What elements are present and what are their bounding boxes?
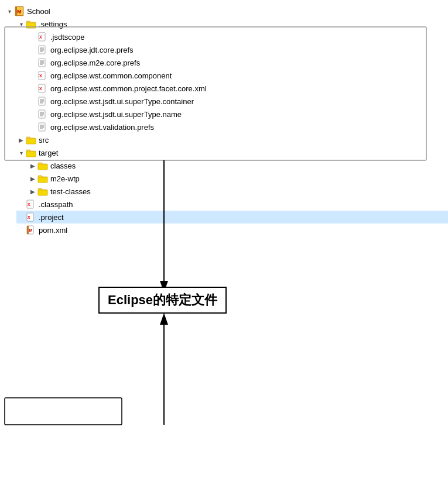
text-m2e-core-prefs-icon bbox=[37, 57, 48, 68]
xml-wst-facet-icon: X bbox=[37, 83, 48, 94]
wst-supertype-container-label: org.eclipse.wst.jsdt.ui.superType.contai… bbox=[50, 97, 194, 106]
expander-root[interactable]: ▾ bbox=[5, 6, 14, 16]
m2e-core-prefs-label: org.eclipse.m2e.core.prefs bbox=[50, 59, 140, 67]
wst-common-component-label: org.eclipse.wst.common.component bbox=[50, 71, 172, 80]
folder-test-classes-icon bbox=[37, 186, 48, 197]
expander-classes[interactable]: ▶ bbox=[28, 161, 37, 170]
folder-classes-icon bbox=[37, 160, 48, 171]
svg-rect-3 bbox=[15, 6, 17, 16]
text-wst-supertype-container-icon bbox=[37, 96, 48, 106]
tree-item-wst-validation-prefs[interactable]: org.eclipse.wst.validation.prefs bbox=[28, 121, 448, 133]
tree-item-test-classes[interactable]: ▶ test-classes bbox=[28, 185, 448, 198]
svg-text:X: X bbox=[28, 202, 30, 207]
xml-classpath-icon: X bbox=[26, 199, 36, 209]
tree-item-pom-xml[interactable]: M pom.xml bbox=[16, 223, 448, 236]
svg-text:M: M bbox=[17, 9, 22, 15]
tree-item-project[interactable]: X .project bbox=[16, 211, 448, 223]
svg-text:X: X bbox=[28, 215, 30, 219]
project-tree: ▾ M School ▾ .settings bbox=[0, 0, 448, 241]
text-wst-supertype-name-icon bbox=[37, 109, 48, 119]
expander-src[interactable]: ▶ bbox=[16, 135, 26, 145]
tree-item-jdt-core-prefs[interactable]: org.eclipse.jdt.core.prefs bbox=[28, 43, 448, 56]
text-jdt-core-prefs-icon bbox=[37, 44, 48, 55]
svg-rect-32 bbox=[39, 123, 45, 131]
text-wst-validation-prefs-icon bbox=[37, 122, 48, 132]
classes-label: classes bbox=[50, 161, 76, 170]
tree-item-jsdtscope[interactable]: X .jsdtscope bbox=[28, 30, 448, 43]
pom-xml-icon: M bbox=[26, 225, 36, 235]
tree-item-wst-facet[interactable]: X org.eclipse.wst.common.project.facet.c… bbox=[28, 82, 448, 95]
svg-text:X: X bbox=[39, 35, 42, 39]
m2e-wtp-label: m2e-wtp bbox=[50, 174, 80, 183]
svg-rect-13 bbox=[39, 59, 45, 67]
expander-target[interactable]: ▾ bbox=[16, 148, 26, 157]
settings-label: .settings bbox=[39, 20, 67, 29]
tree-item-target[interactable]: ▾ target bbox=[16, 146, 448, 159]
xml-project-icon: X bbox=[26, 212, 36, 222]
expander-settings[interactable]: ▾ bbox=[16, 19, 26, 29]
tree-item-wst-supertype-container[interactable]: org.eclipse.wst.jsdt.ui.superType.contai… bbox=[28, 95, 448, 108]
folder-m2e-wtp-icon bbox=[37, 173, 48, 184]
tree-item-classes[interactable]: ▶ classes bbox=[28, 159, 448, 172]
target-label: target bbox=[39, 149, 58, 157]
tree-item-m2e-core-prefs[interactable]: org.eclipse.m2e.core.prefs bbox=[28, 56, 448, 69]
tree-item-root[interactable]: ▾ M School bbox=[5, 5, 448, 18]
svg-rect-45 bbox=[5, 398, 122, 425]
pom-xml-label: pom.xml bbox=[39, 226, 67, 235]
wst-supertype-name-label: org.eclipse.wst.jsdt.ui.superType.name bbox=[50, 110, 182, 119]
tree-item-m2e-wtp[interactable]: ▶ m2e-wtp bbox=[28, 172, 448, 185]
project-label: .project bbox=[39, 213, 64, 222]
tree-item-classpath[interactable]: X .classpath bbox=[16, 198, 448, 211]
folder-src-icon bbox=[26, 135, 36, 145]
folder-settings-icon bbox=[26, 19, 36, 29]
tree-item-wst-supertype-name[interactable]: org.eclipse.wst.jsdt.ui.superType.name bbox=[28, 108, 448, 121]
svg-rect-22 bbox=[39, 97, 45, 105]
maven-project-icon: M bbox=[14, 6, 25, 16]
expander-test-classes[interactable]: ▶ bbox=[28, 187, 37, 196]
svg-text:X: X bbox=[39, 87, 42, 91]
wst-facet-label: org.eclipse.wst.common.project.facet.cor… bbox=[50, 84, 207, 93]
eclipse-specific-annotation: Eclipse的特定文件 bbox=[98, 287, 227, 314]
xml-jsdtscope-icon: X bbox=[37, 32, 48, 42]
svg-text:X: X bbox=[39, 74, 42, 78]
tree-item-wst-common-component[interactable]: X org.eclipse.wst.common.component bbox=[28, 69, 448, 82]
tree-item-settings[interactable]: ▾ .settings bbox=[16, 18, 448, 30]
classpath-label: .classpath bbox=[39, 200, 73, 209]
tree-item-src[interactable]: ▶ src bbox=[16, 133, 448, 146]
svg-text:M: M bbox=[29, 228, 33, 232]
root-label: School bbox=[27, 7, 50, 16]
src-label: src bbox=[39, 136, 49, 145]
jdt-core-prefs-label: org.eclipse.jdt.core.prefs bbox=[50, 46, 134, 54]
jsdtscope-label: .jsdtscope bbox=[50, 33, 85, 42]
folder-target-icon bbox=[26, 147, 36, 158]
test-classes-label: test-classes bbox=[50, 187, 91, 196]
svg-rect-27 bbox=[39, 110, 45, 118]
xml-wst-common-component-icon: X bbox=[37, 70, 48, 81]
svg-rect-8 bbox=[39, 46, 45, 54]
expander-m2e-wtp[interactable]: ▶ bbox=[28, 174, 37, 183]
wst-validation-prefs-label: org.eclipse.wst.validation.prefs bbox=[50, 123, 154, 132]
